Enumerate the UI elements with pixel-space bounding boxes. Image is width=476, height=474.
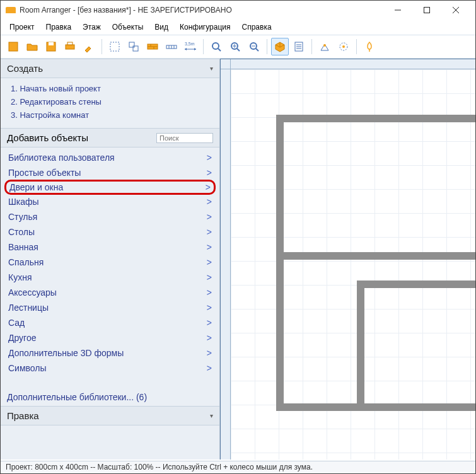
minimize-button[interactable] <box>383 1 412 20</box>
panel-add-header[interactable]: Добавить объекты <box>1 128 219 147</box>
pointer-icon[interactable] <box>361 38 378 55</box>
export-icon[interactable] <box>316 38 334 55</box>
category-item[interactable]: Библиотека пользователя> <box>3 150 217 165</box>
category-item[interactable]: Двери и окна> <box>4 180 216 195</box>
step-new-project[interactable]: 1. Начать новый проект <box>7 82 213 95</box>
category-label: Простые объекты <box>8 166 81 179</box>
zoom-fit-icon[interactable] <box>207 38 225 55</box>
category-item[interactable]: Столы> <box>3 224 217 240</box>
category-label: Сад <box>8 316 25 329</box>
grid <box>231 69 475 460</box>
category-label: Шкафы <box>8 195 39 208</box>
group-icon[interactable] <box>125 38 142 55</box>
save-icon[interactable] <box>42 38 60 55</box>
svg-rect-7 <box>66 45 74 49</box>
statusbar: Проект: 800cm x 400cm -- Масштаб: 100% -… <box>1 461 475 473</box>
chevron-right-icon: > <box>207 362 212 374</box>
chevron-right-icon: > <box>207 166 212 179</box>
properties-icon[interactable] <box>290 38 308 55</box>
chevron-right-icon: > <box>207 301 212 314</box>
collapse-icon: ▾ <box>210 65 213 72</box>
chevron-right-icon: > <box>207 316 212 329</box>
chevron-right-icon: > <box>207 286 212 299</box>
category-item[interactable]: Кухня> <box>3 270 217 285</box>
print-icon[interactable] <box>61 38 79 55</box>
menubar: Проект Правка Этаж Объекты Вид Конфигура… <box>1 20 475 35</box>
panel-edit-title: Правка <box>7 410 39 421</box>
category-item[interactable]: Лестницы> <box>3 300 217 315</box>
category-label: Символы <box>8 362 47 374</box>
chevron-right-icon: > <box>207 332 212 344</box>
step-edit-walls[interactable]: 2. Редактировать стены <box>7 95 213 108</box>
search-input[interactable] <box>156 133 213 143</box>
menu-help[interactable]: Справка <box>237 21 277 33</box>
open-icon[interactable] <box>23 38 41 55</box>
menu-config[interactable]: Конфигурация <box>175 21 236 33</box>
toolbar: 3,5m <box>1 35 475 59</box>
ruler-corner <box>221 59 231 69</box>
svg-rect-8 <box>67 42 73 45</box>
chevron-right-icon: > <box>206 182 211 193</box>
chevron-right-icon: > <box>207 241 212 253</box>
menu-edit[interactable]: Правка <box>41 21 77 33</box>
chevron-right-icon: > <box>207 151 212 164</box>
category-label: Кухня <box>8 271 32 284</box>
category-label: Ванная <box>8 241 38 253</box>
svg-rect-9 <box>110 42 119 51</box>
category-list: Библиотека пользователя>Простые объекты>… <box>1 147 219 382</box>
window-title: Room Arranger - [без названия*] - НЕ ЗАР… <box>20 6 232 14</box>
wall-icon[interactable] <box>144 38 161 55</box>
category-label: Дополнительные 3D формы <box>8 347 124 359</box>
category-item[interactable]: Шкафы> <box>3 194 217 209</box>
measure-icon[interactable] <box>163 38 180 55</box>
library-icon[interactable] <box>335 38 352 55</box>
panel-create-title: Создать <box>7 63 43 74</box>
menu-objects[interactable]: Объекты <box>107 21 149 33</box>
view3d-icon[interactable] <box>271 38 289 55</box>
select-icon[interactable] <box>106 38 124 55</box>
panel-edit-header[interactable]: Правка ▾ <box>1 406 219 425</box>
menu-view[interactable]: Вид <box>149 21 173 33</box>
close-button[interactable] <box>441 1 470 20</box>
new-icon[interactable] <box>4 38 22 55</box>
dimension-icon[interactable]: 3,5m <box>182 38 199 55</box>
svg-text:3,5m: 3,5m <box>185 42 195 46</box>
svg-line-25 <box>237 49 240 51</box>
floorplan-canvas[interactable] <box>220 59 475 460</box>
category-label: Другое <box>8 332 36 344</box>
titlebar: Room Arranger - [без названия*] - НЕ ЗАР… <box>1 1 475 20</box>
svg-rect-4 <box>9 42 18 51</box>
category-label: Спальня <box>8 256 44 269</box>
category-label: Лестницы <box>8 301 49 314</box>
zoom-out-icon[interactable] <box>245 38 263 55</box>
category-item[interactable]: Ванная> <box>3 240 217 255</box>
step-room-setup[interactable]: 3. Настройка комнат <box>7 108 213 122</box>
svg-point-35 <box>323 44 326 47</box>
category-label: Столы <box>8 226 35 238</box>
svg-line-29 <box>256 49 258 51</box>
category-item[interactable]: Простые объекты> <box>3 165 217 180</box>
maximize-button[interactable] <box>412 1 441 20</box>
menu-floor[interactable]: Этаж <box>78 21 106 33</box>
svg-point-37 <box>342 45 345 48</box>
brush-icon[interactable] <box>80 38 98 55</box>
category-label: Стулья <box>8 211 37 223</box>
category-item[interactable]: Дополнительные 3D формы> <box>3 345 217 361</box>
status-text: Проект: 800cm x 400cm -- Масштаб: 100% -… <box>6 463 313 471</box>
category-item[interactable]: Спальня> <box>3 255 217 270</box>
extra-libraries-link[interactable]: Дополнительные библиотеки... (6) <box>1 382 219 406</box>
category-label: Библиотека пользователя <box>8 151 115 164</box>
svg-point-22 <box>212 43 219 49</box>
collapse-icon: ▾ <box>210 412 213 419</box>
menu-project[interactable]: Проект <box>4 21 40 33</box>
panel-create-body: 1. Начать новый проект 2. Редактировать … <box>1 78 219 128</box>
ruler-horizontal <box>231 59 475 69</box>
category-item[interactable]: Стулья> <box>3 209 217 224</box>
category-item[interactable]: Аксессуары> <box>3 285 217 300</box>
category-item[interactable]: Сад> <box>3 315 217 330</box>
category-item[interactable]: Другое> <box>3 330 217 345</box>
svg-rect-10 <box>129 42 134 47</box>
zoom-in-icon[interactable] <box>226 38 244 55</box>
category-item[interactable]: Символы> <box>3 361 217 376</box>
panel-create-header[interactable]: Создать ▾ <box>1 59 219 78</box>
